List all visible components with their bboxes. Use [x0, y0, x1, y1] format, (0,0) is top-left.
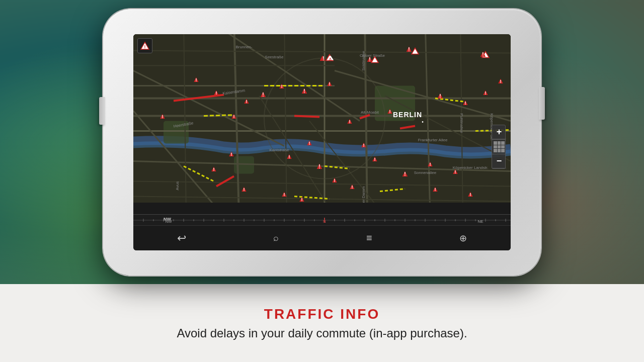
svg-text:⚠: ⚠ — [329, 57, 332, 61]
svg-text:!: ! — [465, 101, 466, 106]
svg-text:Köpenicker Landstr.: Köpenicker Landstr. — [453, 165, 489, 170]
svg-text:Seestraße: Seestraße — [265, 55, 284, 59]
svg-text:!: ! — [408, 47, 410, 52]
back-button[interactable]: ↩ — [177, 232, 186, 245]
svg-text:NW: NW — [165, 219, 172, 224]
svg-line-29 — [294, 116, 319, 117]
svg-text:!: ! — [262, 92, 264, 98]
svg-text:•: • — [422, 119, 424, 125]
map-layer-button[interactable]: ! — [137, 38, 152, 53]
zoom-grid-icon — [492, 140, 506, 154]
svg-text:Avus: Avus — [175, 182, 180, 191]
svg-text:!: ! — [374, 157, 376, 162]
compass-ticks: NW — [133, 215, 511, 225]
svg-text:!: ! — [334, 178, 336, 183]
svg-text:BERLIN: BERLIN — [393, 111, 422, 119]
zoom-in-button[interactable]: + — [492, 125, 506, 139]
svg-text:!: ! — [329, 81, 331, 86]
svg-text:!: ! — [470, 192, 471, 197]
svg-text:!: ! — [455, 169, 456, 174]
compass-ticks-svg: NW N NE — [133, 215, 511, 225]
svg-text:!: ! — [363, 143, 365, 148]
svg-text:!: ! — [284, 192, 285, 197]
svg-text:Frankfurter Allee: Frankfurter Allee — [418, 138, 448, 142]
svg-text:!: ! — [162, 114, 164, 119]
zoom-controls: + − — [492, 125, 506, 169]
svg-text:!: ! — [289, 154, 290, 159]
bottom-navigation: ↩ ⌕ ≡ ⊕ — [133, 225, 511, 250]
traffic-subtitle: Avoid delays in your daily commute (in-a… — [177, 326, 467, 340]
svg-text:!: ! — [482, 52, 484, 57]
traffic-title: TRAFFIC INFO — [264, 306, 380, 322]
map-area: ⚠ ▲ ! ▲ ! ▲ ! ▲ ! ▲ ! — [133, 34, 511, 203]
phone-button-left — [99, 97, 105, 125]
svg-text:!: ! — [231, 152, 232, 157]
svg-text:!: ! — [301, 197, 303, 202]
svg-text:Brunnen-: Brunnen- — [236, 45, 253, 49]
compass-bar: NW — [133, 214, 511, 225]
svg-text:!: ! — [246, 99, 248, 104]
svg-text:!: ! — [196, 77, 197, 82]
svg-text:Sonnenallee: Sonnenallee — [414, 170, 437, 175]
svg-text:!: ! — [216, 90, 217, 96]
svg-text:!: ! — [323, 56, 324, 61]
search-button[interactable]: ⌕ — [273, 233, 279, 243]
phone-device: ⚠ ▲ ! ▲ ! ▲ ! ▲ ! ▲ ! — [103, 9, 541, 276]
svg-text:!: ! — [435, 187, 436, 192]
svg-text:!: ! — [349, 119, 351, 124]
svg-text:!: ! — [318, 164, 320, 169]
svg-text:!: ! — [303, 88, 305, 94]
svg-text:!: ! — [389, 109, 391, 114]
svg-text:!: ! — [485, 90, 487, 96]
svg-text:!: ! — [352, 185, 353, 190]
phone-screen: ⚠ ▲ ! ▲ ! ▲ ! ▲ ! ▲ ! — [133, 34, 511, 250]
zoom-out-button[interactable]: − — [492, 154, 506, 168]
map-roads-svg: ⚠ ▲ ! ▲ ! ▲ ! ▲ ! ▲ ! — [133, 34, 511, 203]
svg-text:!: ! — [244, 187, 245, 192]
svg-text:Soldinallee: Soldinallee — [361, 51, 366, 71]
nav-button[interactable]: ⊕ — [459, 233, 467, 244]
phone-button-right — [539, 87, 545, 120]
svg-text:Tempelhofer Damm: Tempelhofer Damm — [361, 186, 366, 203]
svg-text:!: ! — [500, 79, 502, 84]
svg-text:!: ! — [233, 114, 235, 119]
svg-text:!: ! — [144, 44, 146, 49]
svg-text:!: ! — [309, 141, 310, 146]
warning-map-icon: ! — [140, 41, 149, 50]
svg-text:!: ! — [404, 171, 406, 177]
svg-text:Alt-Moabit: Alt-Moabit — [361, 110, 379, 115]
menu-button[interactable]: ≡ — [366, 232, 372, 244]
svg-text:N: N — [323, 219, 326, 224]
svg-text:NE: NE — [477, 219, 483, 224]
svg-text:!: ! — [213, 167, 215, 172]
svg-text:!: ! — [430, 162, 431, 167]
svg-text:!: ! — [281, 84, 283, 89]
svg-text:!: ! — [439, 94, 441, 99]
svg-text:Puhlinallee: Puhlinallee — [459, 114, 464, 134]
svg-text:Kantstraße: Kantstraße — [269, 148, 289, 152]
bottom-panel: TRAFFIC INFO Avoid delays in your daily … — [0, 284, 644, 362]
phone-body: ⚠ ▲ ! ▲ ! ▲ ! ▲ ! ▲ ! — [103, 9, 541, 276]
